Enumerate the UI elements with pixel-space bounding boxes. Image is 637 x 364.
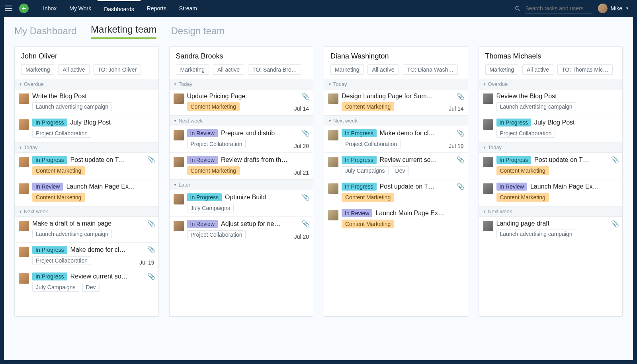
- task-tag[interactable]: Launch advertising campaign: [32, 230, 112, 238]
- task-card[interactable]: In ProgressJuly Blog PostProject Collabo…: [15, 115, 158, 142]
- assignee-avatar-icon: [328, 93, 338, 104]
- task-card[interactable]: In ProgressReview current so…July Campai…: [324, 153, 468, 179]
- task-card[interactable]: In ReviewReview drafts from th…Content M…: [170, 153, 313, 179]
- section-header[interactable]: ▼Today: [15, 142, 158, 153]
- task-card[interactable]: Design Landing Page for Sum…Content Mark…: [324, 90, 468, 115]
- nav-reports[interactable]: Reports: [141, 0, 173, 17]
- task-card[interactable]: In ProgressMake demo for cl…Project Coll…: [324, 126, 468, 153]
- task-title: Launch Main Page Ex…: [530, 183, 599, 190]
- task-tag[interactable]: Content Marketing: [342, 220, 394, 228]
- task-tag[interactable]: Dev: [392, 166, 409, 175]
- collapse-icon: ▼: [19, 82, 22, 86]
- section-header[interactable]: ▼Today: [170, 79, 313, 90]
- task-card[interactable]: Review the Blog PostLaunch advertising c…: [479, 90, 623, 115]
- task-tag[interactable]: Launch advertising campaign: [32, 102, 112, 111]
- task-tag[interactable]: Content Marketing: [32, 193, 85, 202]
- filter-chip[interactable]: Marketing: [176, 64, 209, 75]
- filter-chip[interactable]: Marketing: [21, 64, 54, 75]
- nav-my-work[interactable]: My Work: [63, 0, 98, 17]
- assignee-avatar-icon: [19, 157, 29, 167]
- filter-chip[interactable]: All active: [367, 64, 399, 75]
- collapse-icon: ▼: [483, 82, 487, 86]
- status-badge: In Progress: [342, 129, 377, 137]
- task-tag[interactable]: Project Collaboration: [187, 140, 246, 148]
- filter-chip[interactable]: All active: [522, 64, 553, 75]
- section-header[interactable]: ▼Next week: [324, 115, 468, 126]
- section-header[interactable]: ▼Next week: [15, 206, 158, 217]
- attachment-icon: 📎: [147, 220, 155, 228]
- status-badge: In Review: [187, 156, 218, 164]
- filter-chip[interactable]: All active: [213, 64, 244, 75]
- column-person: Thomas Michaels: [485, 52, 616, 60]
- task-tag[interactable]: Project Collaboration: [342, 140, 401, 148]
- assignee-avatar-icon: [174, 221, 184, 231]
- task-tag[interactable]: Project Collaboration: [32, 129, 91, 138]
- task-tag[interactable]: July Campaigns: [32, 283, 79, 292]
- nav-stream[interactable]: Stream: [173, 0, 203, 17]
- task-card[interactable]: Update Pricing PageContent Marketing📎Jul…: [170, 90, 313, 115]
- dash-tab-marketing-team[interactable]: Marketing team: [91, 24, 156, 39]
- task-tag[interactable]: Dev: [82, 283, 100, 292]
- section-header[interactable]: ▼Overdue: [15, 79, 158, 90]
- task-card[interactable]: In ProgressPost update on T…Content Mark…: [479, 153, 623, 179]
- task-tag[interactable]: Content Marketing: [496, 166, 549, 175]
- section-label: Next week: [488, 208, 512, 214]
- task-tag[interactable]: Launch advertising campaign: [496, 102, 576, 111]
- task-card[interactable]: In ReviewLaunch Main Page Ex…Content Mar…: [479, 179, 623, 206]
- task-card[interactable]: In ReviewPrepare and distrib…Project Col…: [170, 126, 313, 153]
- search-icon: [515, 6, 521, 12]
- task-card[interactable]: In ReviewAdjust setup for ne…Project Col…: [170, 217, 313, 243]
- task-card[interactable]: In ProgressPost update on T…Content Mark…: [324, 179, 468, 206]
- task-card[interactable]: In ProgressPost update on T…Content Mark…: [15, 153, 158, 179]
- dash-tab-my-dashboard[interactable]: My Dashboard: [14, 25, 76, 39]
- task-tag[interactable]: Content Marketing: [496, 193, 549, 202]
- task-tag[interactable]: Project Collaboration: [32, 256, 91, 265]
- task-tag[interactable]: Content Marketing: [32, 166, 85, 175]
- task-card[interactable]: In ProgressOptimize BuildJuly Campaigns📎: [170, 190, 313, 217]
- task-card[interactable]: Landing page draftLaunch advertising cam…: [479, 217, 623, 242]
- section-label: Today: [333, 81, 347, 87]
- section-header[interactable]: ▼Today: [324, 79, 468, 90]
- filter-chip[interactable]: Marketing: [330, 64, 363, 75]
- section-header[interactable]: ▼Later: [170, 179, 313, 190]
- section-header[interactable]: ▼Overdue: [479, 79, 623, 90]
- task-card[interactable]: In ProgressMake demo for cl…Project Coll…: [15, 243, 158, 269]
- nav-inbox[interactable]: Inbox: [37, 0, 63, 17]
- task-title: Review current so…: [70, 273, 128, 280]
- filter-chip[interactable]: All active: [58, 64, 89, 75]
- task-tag[interactable]: Content Marketing: [342, 193, 394, 202]
- task-tag[interactable]: Project Collaboration: [496, 129, 555, 138]
- task-tag[interactable]: July Campaigns: [342, 166, 389, 175]
- task-date: Jul 20: [294, 143, 309, 149]
- add-button[interactable]: +: [19, 4, 29, 13]
- task-tag[interactable]: July Campaigns: [187, 204, 234, 212]
- task-tag[interactable]: Content Marketing: [187, 102, 240, 111]
- section-header[interactable]: ▼Next week: [479, 206, 623, 217]
- menu-icon[interactable]: [3, 6, 14, 11]
- section-header[interactable]: ▼Today: [479, 142, 623, 153]
- task-card[interactable]: In ProgressJuly Blog PostProject Collabo…: [479, 115, 623, 142]
- task-tag[interactable]: Content Marketing: [342, 102, 394, 111]
- task-tag[interactable]: Launch advertising campaign: [496, 230, 576, 238]
- user-menu[interactable]: Mike ▼: [598, 4, 629, 13]
- search-input[interactable]: [525, 4, 592, 14]
- nav-dashboards[interactable]: Dashboards: [98, 0, 141, 17]
- task-card[interactable]: In ReviewLaunch Main Page Ex…Content Mar…: [15, 179, 158, 206]
- status-badge: In Review: [342, 209, 372, 217]
- assignee-avatar-icon: [19, 221, 29, 231]
- assignee-avatar-icon: [328, 157, 338, 167]
- task-card[interactable]: In ReviewLaunch Main Page Ex…Content Mar…: [324, 206, 468, 232]
- filter-chip[interactable]: Marketing: [485, 64, 518, 75]
- task-card[interactable]: Make a draft of a main pageLaunch advert…: [15, 217, 158, 243]
- task-card[interactable]: Write the Blog PostLaunch advertising ca…: [15, 90, 158, 115]
- filter-chip[interactable]: TO: Sandra Bro…: [248, 64, 301, 75]
- section-header[interactable]: ▼Next week: [170, 115, 313, 126]
- filter-chip[interactable]: TO: Diana Wash…: [403, 64, 458, 75]
- task-card[interactable]: In ProgressReview current so…July Campai…: [15, 269, 158, 296]
- dash-tab-design-team[interactable]: Design team: [171, 25, 225, 39]
- task-tag[interactable]: Project Collaboration: [187, 230, 246, 239]
- filter-chip[interactable]: TO: John Oliver: [94, 64, 141, 75]
- section-label: Today: [178, 81, 192, 87]
- task-tag[interactable]: Content Marketing: [187, 166, 240, 175]
- filter-chip[interactable]: TO: Thomas Mic…: [557, 64, 613, 75]
